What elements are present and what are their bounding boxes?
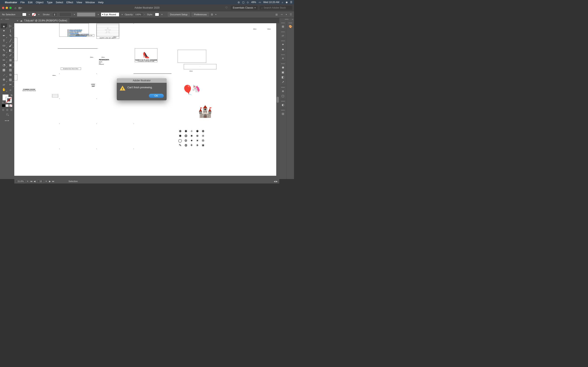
align-caret-icon[interactable]: ▾: [215, 13, 216, 16]
menu-view[interactable]: View: [76, 1, 82, 4]
transform-icon[interactable]: ▦: [276, 13, 278, 16]
brush-preset[interactable]: 3 pt. Round: [101, 12, 119, 17]
eraser-tool[interactable]: ◧: [7, 48, 14, 53]
fill-swatch[interactable]: [22, 13, 26, 16]
grip-icon[interactable]: [281, 87, 285, 88]
hand-tool[interactable]: ✋: [1, 87, 7, 92]
siri-icon[interactable]: ◉: [286, 1, 288, 4]
wifi-icon[interactable]: ◇: [247, 1, 249, 4]
menu-object[interactable]: Object: [36, 1, 43, 4]
grip-icon[interactable]: [288, 23, 292, 23]
rotate-tool[interactable]: ⟳: [1, 53, 7, 58]
vertical-scrollbar[interactable]: [276, 23, 279, 176]
opacity-field[interactable]: 100%: [134, 12, 143, 17]
zoom-tool[interactable]: ⌕: [7, 87, 14, 92]
menu-edit[interactable]: Edit: [28, 1, 33, 4]
menu-type[interactable]: Type: [47, 1, 52, 4]
close-window-button[interactable]: [2, 7, 4, 9]
adobe-stock-search[interactable]: ⌕ Search Adobe Stock: [260, 6, 292, 10]
layers-panel-icon[interactable]: ≣: [280, 89, 286, 93]
rectangle-tool[interactable]: ▭: [1, 43, 7, 48]
first-artboard-icon[interactable]: ⏮: [30, 180, 33, 183]
scale-tool[interactable]: ⤢: [7, 53, 14, 58]
workspace-switcher[interactable]: Essentials Classic ▾: [231, 6, 258, 10]
grip-icon[interactable]: [281, 32, 285, 32]
ok-button[interactable]: OK: [149, 94, 164, 98]
mesh-tool[interactable]: ▦: [1, 67, 7, 72]
gradient-tool[interactable]: ▥: [7, 67, 14, 72]
pathfinder-panel-icon[interactable]: ⊟: [280, 111, 286, 116]
fill-stroke-control[interactable]: ⇆ ◱: [2, 94, 12, 103]
grip-icon[interactable]: [281, 63, 285, 64]
lasso-tool[interactable]: ⟆: [7, 28, 14, 33]
fill-dropdown-icon[interactable]: ▾: [29, 13, 30, 16]
line-tool[interactable]: ╱: [7, 38, 14, 43]
stroke-dropdown-icon[interactable]: ▾: [38, 13, 39, 16]
left-dock-strip[interactable]: ‹‹: [0, 18, 14, 21]
battery-icon[interactable]: ▭: [259, 1, 261, 4]
grip-icon[interactable]: [281, 54, 285, 55]
menu-select[interactable]: Select: [56, 1, 63, 4]
pen-tool[interactable]: ✒: [1, 33, 7, 38]
panel-menu-icon[interactable]: ☰: [290, 13, 292, 16]
free-transform-tool[interactable]: ⊞: [7, 58, 14, 63]
menubar-app-name[interactable]: Illustrator: [5, 1, 17, 4]
cc-status-icon[interactable]: ◎: [238, 1, 240, 4]
width-tool[interactable]: ✂: [1, 58, 7, 63]
draw-normal[interactable]: ◻: [1, 108, 5, 111]
preferences-button[interactable]: Preferences: [192, 12, 209, 17]
shaper-tool[interactable]: ✎: [1, 48, 7, 53]
ab-caret-icon[interactable]: ▾: [46, 180, 47, 182]
perspective-tool[interactable]: ▣: [7, 63, 14, 67]
paintbrush-tool[interactable]: 🖌: [7, 43, 14, 48]
artboard-number-field[interactable]: 10: [38, 180, 44, 183]
zoom-window-button[interactable]: [9, 7, 12, 9]
draw-inside[interactable]: ◻: [9, 108, 13, 111]
spotlight-icon[interactable]: ⌕: [282, 1, 283, 4]
status-nav-icon[interactable]: ◀ ▶: [274, 180, 278, 183]
graphic-styles-panel-icon[interactable]: ▣: [280, 70, 286, 75]
color-panel-icon[interactable]: ◐: [280, 102, 286, 107]
minimize-window-button[interactable]: [6, 7, 8, 9]
prev-artboard-icon[interactable]: ◀: [33, 180, 36, 183]
close-tab-icon[interactable]: ×: [17, 19, 18, 22]
brush-definition[interactable]: [77, 12, 95, 17]
brush-caret-icon[interactable]: ▾: [98, 13, 99, 16]
document-setup-button[interactable]: Document Setup: [168, 12, 190, 17]
isolate-icon[interactable]: ⇥: [281, 13, 283, 16]
symbols-panel-icon[interactable]: ♣: [280, 47, 286, 52]
selection-tool[interactable]: ▲: [1, 24, 7, 28]
variable-width-profile[interactable]: [59, 12, 71, 17]
symbol-sprayer-tool[interactable]: ✲: [1, 77, 7, 82]
menu-window[interactable]: Window: [85, 1, 95, 4]
iso-caret-icon[interactable]: ▾: [286, 13, 287, 16]
scroll-thumb[interactable]: [277, 97, 279, 103]
stroke-panel-icon[interactable]: ≡: [280, 56, 286, 61]
properties-panel-icon[interactable]: ⊞: [280, 24, 286, 29]
screen-mode[interactable]: ▢: [5, 112, 9, 116]
brush-preset-caret-icon[interactable]: ▾: [122, 13, 123, 16]
color-mode-color[interactable]: [2, 104, 5, 107]
menu-file[interactable]: File: [20, 1, 25, 4]
align-button-icon[interactable]: ⊟: [211, 13, 213, 16]
artboard-tool[interactable]: ▱: [1, 82, 7, 87]
vwp-caret-icon[interactable]: ▾: [74, 13, 75, 16]
type-tool[interactable]: T: [1, 38, 7, 43]
curvature-tool[interactable]: ✎: [7, 33, 14, 38]
grip-icon[interactable]: [281, 110, 285, 110]
libraries-panel-icon[interactable]: ▱: [280, 33, 286, 38]
zoom-field[interactable]: 15.8%: [16, 180, 25, 183]
grip-icon[interactable]: [281, 41, 285, 41]
opacity-caret-icon[interactable]: ›: [144, 13, 145, 16]
grip-icon[interactable]: [281, 101, 285, 101]
default-fill-stroke-icon[interactable]: ◱: [2, 101, 4, 103]
swatches-panel-icon[interactable]: 🎨: [287, 24, 293, 29]
shape-builder-tool[interactable]: ◔: [1, 63, 7, 67]
color-mode-none[interactable]: [9, 104, 12, 107]
magic-wand-tool[interactable]: ✦: [1, 28, 7, 33]
style-caret-icon[interactable]: ▾: [162, 13, 163, 16]
artboards-panel-icon[interactable]: ▢: [280, 93, 286, 98]
next-artboard-icon[interactable]: ▶: [48, 180, 51, 183]
horizontal-scrollbar[interactable]: [14, 176, 276, 179]
stroke-swatch[interactable]: [32, 13, 36, 16]
